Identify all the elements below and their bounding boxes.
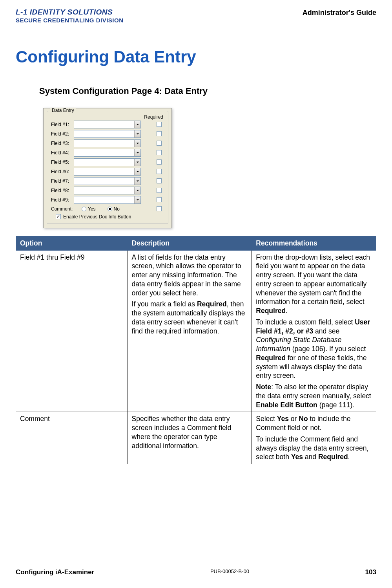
enable-prev-doc-row: ✓ Enable Previous Doc Info Button — [56, 214, 164, 220]
enable-prev-doc-checkbox[interactable]: ✓ — [56, 214, 61, 219]
field-label: Field #6: — [51, 169, 74, 174]
enable-prev-doc-label: Enable Previous Doc Info Button — [63, 214, 131, 220]
page-header: L-1 IDENTITY SOLUTIONS SECURE CREDENTIAL… — [16, 8, 376, 24]
yes-label: Yes — [88, 206, 96, 212]
guide-title: Administrator's Guide — [303, 9, 376, 17]
logo-line-1: L-1 IDENTITY SOLUTIONS — [16, 8, 124, 17]
table-row: Field #1 thru Field #9 A list of fields … — [16, 250, 376, 412]
field-1-required-checkbox[interactable] — [157, 122, 162, 127]
rec-para: From the drop-down lists, select each fi… — [256, 253, 372, 315]
field-label: Field #7: — [51, 178, 74, 184]
chevron-down-icon — [134, 187, 140, 194]
field-7-dropdown[interactable] — [74, 177, 141, 185]
field-4-required-checkbox[interactable] — [157, 150, 162, 155]
table-row: Comment Specifies whether the data entry… — [16, 412, 376, 464]
chevron-down-icon — [134, 140, 140, 147]
comment-no-radio[interactable] — [108, 207, 112, 211]
col-description: Description — [128, 236, 252, 250]
field-2-required-checkbox[interactable] — [157, 131, 162, 136]
rec-para: Note: To also let the operator display t… — [256, 383, 372, 409]
option-cell: Field #1 thru Field #9 — [16, 250, 128, 412]
field-6-required-checkbox[interactable] — [157, 169, 162, 174]
field-row: Field #1: — [51, 121, 164, 128]
field-label: Field #5: — [51, 159, 74, 165]
field-5-required-checkbox[interactable] — [157, 159, 162, 165]
chevron-down-icon — [134, 168, 140, 175]
rec-para: To include the Comment field and always … — [256, 435, 372, 462]
field-row: Field #5: — [51, 158, 164, 166]
option-cell: Comment — [16, 412, 128, 464]
main-heading: Configuring Data Entry — [16, 48, 376, 66]
chevron-down-icon — [134, 130, 140, 137]
sub-heading: System Configuration Page 4: Data Entry — [39, 86, 376, 96]
col-recommendations: Recommendations — [252, 236, 376, 250]
desc-para: If you mark a field as Required, then th… — [132, 300, 248, 335]
rec-para: To include a custom field, select User F… — [256, 318, 372, 380]
field-2-dropdown[interactable] — [74, 130, 141, 138]
col-option: Option — [16, 236, 128, 250]
field-9-dropdown[interactable] — [74, 196, 141, 204]
comment-required-checkbox[interactable] — [157, 206, 162, 211]
comment-row: Comment: Yes No — [51, 206, 164, 212]
fieldset-legend: Data Entry — [50, 108, 76, 113]
page-footer: Configuring iA-Examiner PUB-00052-B-00 1… — [16, 568, 376, 576]
comment-label: Comment: — [51, 206, 74, 212]
field-3-dropdown[interactable] — [74, 139, 141, 147]
field-row: Field #4: — [51, 149, 164, 157]
field-7-required-checkbox[interactable] — [157, 178, 162, 183]
footer-page-number: 103 — [365, 568, 376, 576]
field-5-dropdown[interactable] — [74, 158, 141, 166]
field-8-required-checkbox[interactable] — [157, 188, 162, 193]
field-3-required-checkbox[interactable] — [157, 141, 162, 146]
chevron-down-icon — [134, 196, 140, 203]
required-column-header: Required — [51, 114, 164, 120]
field-row: Field #2: — [51, 130, 164, 138]
logo-line-2: SECURE CREDENTIALING DIVISION — [16, 17, 124, 24]
chevron-down-icon — [134, 121, 140, 128]
field-4-dropdown[interactable] — [74, 149, 141, 157]
field-row: Field #9: — [51, 196, 164, 204]
description-cell: A list of fields for the data entry scre… — [128, 250, 252, 412]
desc-para: A list of fields for the data entry scre… — [132, 253, 248, 298]
rec-para: Select Yes or No to include the Comment … — [256, 414, 372, 432]
field-row: Field #8: — [51, 187, 164, 194]
field-row: Field #6: — [51, 168, 164, 176]
field-1-dropdown[interactable] — [74, 121, 141, 128]
recommendations-cell: Select Yes or No to include the Comment … — [252, 412, 376, 464]
embedded-screenshot: Data Entry Required Field #1: Field #2: … — [43, 108, 376, 228]
field-row: Field #3: — [51, 139, 164, 147]
field-6-dropdown[interactable] — [74, 168, 141, 176]
chevron-down-icon — [134, 159, 140, 166]
description-cell: Specifies whether the data entry screen … — [128, 412, 252, 464]
options-table: Option Description Recommendations Field… — [16, 236, 376, 464]
company-logo: L-1 IDENTITY SOLUTIONS SECURE CREDENTIAL… — [16, 8, 124, 24]
field-label: Field #8: — [51, 188, 74, 193]
field-8-dropdown[interactable] — [74, 187, 141, 194]
chevron-down-icon — [134, 149, 140, 156]
recommendations-cell: From the drop-down lists, select each fi… — [252, 250, 376, 412]
field-label: Field #2: — [51, 131, 74, 137]
no-label: No — [114, 206, 120, 212]
field-9-required-checkbox[interactable] — [157, 197, 162, 202]
field-row: Field #7: — [51, 177, 164, 185]
footer-section-title: Configuring iA-Examiner — [16, 568, 94, 576]
chevron-down-icon — [134, 178, 140, 185]
field-label: Field #3: — [51, 141, 74, 146]
footer-pub-number: PUB-00052-B-00 — [210, 568, 249, 576]
field-label: Field #1: — [51, 122, 74, 127]
comment-yes-radio[interactable] — [82, 207, 86, 211]
desc-para: Specifies whether the data entry screen … — [132, 414, 248, 450]
field-label: Field #4: — [51, 150, 74, 156]
field-label: Field #9: — [51, 197, 74, 203]
